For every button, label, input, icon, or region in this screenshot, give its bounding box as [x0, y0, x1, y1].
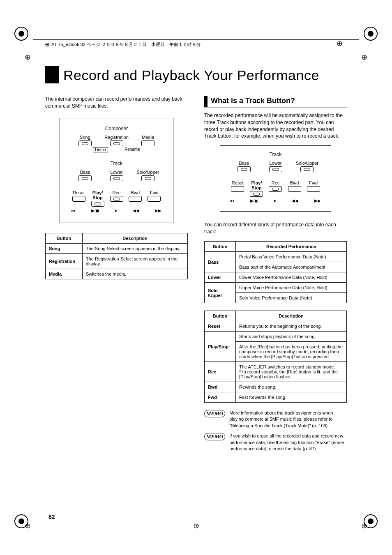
td-key: Play/Stop [205, 332, 236, 362]
title-block-icon [45, 66, 59, 83]
td-key: Media [46, 269, 83, 279]
td-val: Switches the media. [82, 269, 187, 279]
panel-label: Bass [239, 161, 249, 166]
transport-symbol: ◀◀ [292, 198, 298, 203]
panel-button-icon [110, 175, 123, 181]
panel-label: Reset [73, 190, 85, 195]
td-key: Registration [46, 253, 83, 269]
panel-label: Play/ Stop [92, 190, 103, 200]
panel-button-icon [110, 140, 123, 146]
td-val: The ATELIER switches to record standby m… [236, 362, 347, 382]
section-header: What is a Track Button? [204, 96, 347, 108]
track-title: Track [230, 152, 321, 157]
composer-title: Composer [71, 126, 162, 131]
crop-mark-tr [364, 27, 378, 41]
header-text: AT-75_e.book 82 ページ ２００８年８月２１日 木曜日 午前１０時… [51, 41, 201, 48]
crop-mark-tl [14, 27, 28, 41]
track-subtitle: Track [71, 161, 162, 166]
registration-mark-icon: ⊕ [337, 39, 343, 48]
transport-symbol: ▶/◼ [250, 198, 258, 203]
composer-panel-figure: Composer Song Registration Media Demo Re… [60, 118, 174, 223]
transport-symbol: ▶/◼ [91, 208, 99, 213]
panel-label: Solo/Upper [137, 170, 159, 175]
registration-mark-icon: ⊕ [361, 521, 367, 530]
th: Button [205, 311, 236, 321]
panel-button-icon [148, 196, 161, 202]
transport-symbol: ⏮ [71, 208, 76, 213]
memo-note-2: MEMO If you wish to erase all the record… [204, 433, 347, 452]
panel-label: Bwd [290, 180, 299, 185]
transport-symbol: ▶▶ [155, 208, 161, 213]
panel-button-icon [141, 175, 154, 181]
td-val: Returns you to the beginning of the song… [236, 321, 347, 332]
memo-icon: MEMO [204, 410, 225, 417]
panel-button-icon [250, 191, 263, 197]
panel-label: Song [80, 135, 90, 140]
panel-button-icon [238, 166, 251, 172]
panel-label: Reset [232, 180, 244, 185]
transport-buttons-table: ButtonDescription ResetReturns you to th… [204, 311, 347, 403]
th: Recorded Performance [236, 242, 347, 252]
panel-button-icon [307, 186, 320, 192]
panel-button-icon [110, 196, 123, 202]
td-key: Lower [205, 272, 236, 283]
section-intro: The recorded performance will be automat… [204, 112, 347, 140]
transport-symbol: ⏮ [230, 198, 234, 203]
panel-button-icon [269, 166, 282, 172]
transport-symbol: ▶▶ [314, 198, 321, 203]
th: Button [205, 242, 236, 252]
td-key: Fwd [205, 392, 236, 403]
panel-label: Bwd [131, 190, 140, 195]
td-val: Lower Voice Performance Data (Note, Hold… [236, 272, 347, 283]
registration-mark-icon: ⊕ [25, 521, 31, 530]
panel-button-icon [78, 175, 92, 181]
panel-button-icon [231, 186, 244, 192]
panel-label: Fwd [309, 180, 318, 185]
panel-label: Lower [111, 170, 123, 175]
panel-label: Rec [272, 180, 280, 185]
panel-button-icon [78, 140, 92, 146]
transport-symbol: ● [274, 198, 276, 203]
composer-buttons-table: ButtonDescription SongThe Song Select sc… [45, 233, 188, 279]
th: Description [236, 311, 347, 321]
th: Description [82, 233, 187, 243]
memo-text: If you wish to erase all the recorded da… [229, 433, 347, 452]
registration-mark-icon: ⊕ [25, 53, 31, 62]
td-val: Bass part of the Automatic Accompaniment [236, 262, 347, 272]
page-title-row: Record and Playback Your Performance [45, 66, 347, 83]
track-panel-figure: Track Bass Lower Solo/Upper Reset Play/ … [220, 145, 331, 212]
panel-button-icon [72, 196, 85, 202]
intro-text: The internal composer can record perform… [45, 96, 188, 110]
td-val: The Song Select screen appears in the di… [82, 243, 187, 253]
page-number: 82 [48, 514, 55, 520]
panel-button-icon [141, 140, 154, 146]
td-key: Solo /Upper [205, 283, 236, 303]
registration-mark-icon: ⊕ [361, 53, 367, 62]
td-val: After the [Rec] button has been pressed,… [236, 342, 347, 362]
panel-button-icon [300, 166, 314, 172]
panel-button-icon [91, 201, 104, 207]
th: Button [46, 233, 83, 243]
transport-symbol: ● [115, 208, 117, 213]
td-key: Bass [205, 252, 236, 272]
td-key: Song [46, 243, 83, 253]
track-note: You can record different kinds of perfor… [204, 221, 347, 235]
memo-icon: MEMO [204, 433, 225, 440]
td-val: Solo Voice Performance Data (Note) [236, 293, 347, 303]
header-rule [33, 39, 359, 40]
td-key: Rec [205, 362, 236, 382]
td-val: Starts and stops playback of the song. [236, 332, 347, 342]
section-title: What is a Track Button? [211, 96, 295, 107]
transport-symbol: ◀◀ [133, 208, 139, 213]
panel-label: Registration [104, 135, 129, 140]
connector-label: Rename [125, 147, 140, 152]
panel-button-icon [288, 186, 301, 192]
panel-button-icon [269, 186, 282, 192]
registration-mark-icon: ⊕ [193, 521, 199, 530]
connector-label: Demo [93, 147, 108, 152]
td-val: Pedal Bass Voice Performance Data (Note) [236, 252, 347, 262]
td-key: Bwd [205, 382, 236, 392]
panel-label: Solo/Upper [296, 161, 318, 166]
td-val: Upper Voice Performance Data (Note, Hold… [236, 283, 347, 293]
td-key: Reset [205, 321, 236, 332]
